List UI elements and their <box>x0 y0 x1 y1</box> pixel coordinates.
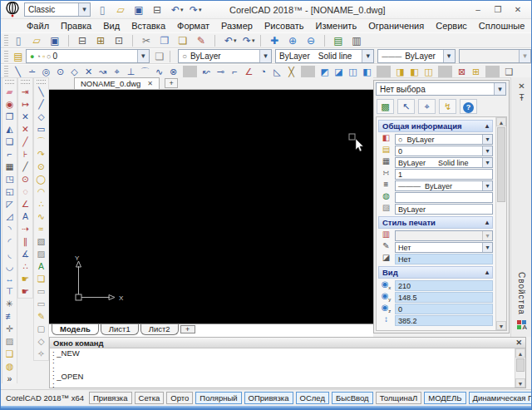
esnap-endpoint-icon[interactable]: ╲ <box>11 65 25 78</box>
tool-edit-hatch-icon[interactable]: ≢ <box>2 310 17 323</box>
toolbar-separator[interactable] <box>301 66 315 77</box>
tool-hatch-fill-icon[interactable]: ▨ <box>34 248 48 260</box>
ccs-delete-icon[interactable]: ⊠ <box>455 65 469 78</box>
scroll-down-icon[interactable]: ▼ <box>496 321 506 330</box>
scrollbar-thumb[interactable] <box>497 127 505 202</box>
menu-item[interactable]: Файл <box>21 19 55 32</box>
menu-item[interactable]: Размер <box>215 19 259 32</box>
esnap-quadrant-icon[interactable]: ◇ <box>67 65 81 78</box>
add-sheet-button[interactable]: + <box>180 325 195 333</box>
ccs-entity-icon[interactable]: ◧ <box>360 65 374 78</box>
command-scrollbar[interactable]: ▲ ▼ <box>515 348 525 388</box>
dim-parallel-icon[interactable]: ∥ <box>18 235 32 248</box>
palette-scrollbar[interactable]: ▲ ▼ <box>495 117 506 330</box>
menu-item[interactable]: Вставка <box>126 19 171 32</box>
command-history[interactable]: : _NEW : : : _OPEN : ▲ ▼ <box>50 348 525 388</box>
polar-toggle[interactable]: Полярный <box>195 392 241 404</box>
menu-item[interactable]: Формат <box>171 19 215 32</box>
document-tab[interactable]: NONAME_0.dwg ✕ <box>74 77 160 89</box>
sheet-tab-model[interactable]: Модель <box>52 324 99 335</box>
tool-transform-icon[interactable]: ◉ <box>2 98 17 111</box>
print-preview-icon[interactable]: ⊡ <box>111 34 126 47</box>
tool-move-icon[interactable]: ⌐ <box>2 148 17 161</box>
tool-box3d-icon[interactable]: ▧ <box>34 235 48 248</box>
lineweight-selector[interactable]: ——— ByLayer <box>377 49 455 63</box>
esnap-perpendicular-icon[interactable]: ⊥ <box>124 65 138 78</box>
collapse-icon[interactable]: ▴ <box>485 269 489 276</box>
property-value[interactable]: Нет <box>395 254 493 264</box>
tool-ref2-icon[interactable]: ▭ <box>34 298 48 310</box>
tool-polyline-icon[interactable]: ╱ <box>34 98 48 111</box>
dim-baseline-icon[interactable]: ✕ <box>18 111 32 123</box>
maximize-button[interactable]: ❐ <box>489 3 507 17</box>
scrollbar-thumb[interactable] <box>516 358 525 372</box>
properties-palette-icon[interactable]: ▥ <box>349 34 364 47</box>
esnap-node-icon[interactable]: ⊙ <box>53 65 67 78</box>
tool-note-icon[interactable]: ❏ <box>34 273 48 285</box>
print-setup-icon[interactable]: ⊞ <box>93 34 108 47</box>
palette-tab-properties[interactable]: Свойства <box>517 272 526 315</box>
quick-input-toggle[interactable]: БысВвод <box>332 392 373 404</box>
grid-toggle[interactable]: Сетка <box>135 392 165 404</box>
scroll-up-icon[interactable]: ▲ <box>496 117 506 126</box>
dim-angle2-icon[interactable]: ∡ <box>18 248 32 260</box>
ccs-face-icon[interactable]: ◫ <box>346 65 360 78</box>
property-value[interactable]: 1 <box>395 169 493 180</box>
ortho-guide-icon[interactable]: ⌐ <box>228 65 242 78</box>
scroll-up-icon[interactable]: ▲ <box>515 348 525 358</box>
workspace-selector[interactable]: Classic <box>24 2 91 17</box>
minimize-button[interactable]: – <box>469 3 487 17</box>
palette-tool[interactable]: ↖ <box>397 99 415 114</box>
dim-oblique-icon[interactable]: ╱ <box>18 161 32 173</box>
tool-pattern-icon[interactable]: ▦ <box>2 161 17 173</box>
layer-selector[interactable]: ● ◔ ▫ ○ 0 <box>26 49 150 63</box>
property-value[interactable]: ByLayer Solid line <box>395 157 493 168</box>
dim-aligned-icon[interactable]: ╱ <box>18 136 32 148</box>
property-value[interactable] <box>395 192 493 203</box>
property-value[interactable]: 385.2 <box>395 315 493 326</box>
clipboard-icon[interactable]: ❑ <box>502 65 516 78</box>
zoom-dynamic-icon[interactable]: ⊕ <box>285 34 300 47</box>
toolbar-grip[interactable] <box>4 51 8 62</box>
tool-copy-icon[interactable]: ❐ <box>2 111 17 123</box>
tab-close-icon[interactable]: ✕ <box>147 78 153 89</box>
dim-angular-icon[interactable]: ∠ <box>18 198 32 210</box>
esnap-apparent-icon[interactable]: ⊗ <box>166 65 180 78</box>
tool-corner-icon[interactable]: ◜ <box>2 235 17 248</box>
toolbar-grip[interactable] <box>4 66 8 77</box>
section-print-style[interactable]: Стиль печати ▴ <box>378 216 493 229</box>
pan-icon[interactable]: ✚ <box>267 34 282 47</box>
toolbar-separator[interactable] <box>214 35 215 47</box>
tool-split-icon[interactable]: ⊤ <box>2 285 17 298</box>
toolbar-separator[interactable] <box>485 66 500 77</box>
command-close-icon[interactable]: ✕ <box>515 338 522 347</box>
track-point-icon[interactable]: ◔ <box>256 65 270 78</box>
lineweight-toggle[interactable]: ТолщинаЛ <box>376 392 422 404</box>
tool-ellipse-icon[interactable]: ◯ <box>34 173 48 185</box>
property-value[interactable]: 0 <box>395 304 493 314</box>
esnap-toggle[interactable]: ОПривязка <box>244 392 293 404</box>
tool-lengthen-icon[interactable]: ↔ <box>2 273 17 285</box>
toolbar-grip[interactable] <box>4 35 8 46</box>
property-value[interactable]: Нет <box>395 242 493 253</box>
esnap-nearest-icon[interactable]: ∿ <box>152 65 166 78</box>
line-color-selector[interactable]: ○ ByLayer <box>178 49 272 63</box>
collapse-icon[interactable]: ▴ <box>485 122 489 130</box>
toolbar-separator[interactable] <box>438 66 452 77</box>
save-icon[interactable]: ▣ <box>47 34 62 47</box>
new-file-icon[interactable]: ▯ <box>11 34 26 47</box>
scroll-down-icon[interactable]: ▼ <box>515 378 525 388</box>
property-value[interactable]: ByLayer <box>395 204 493 215</box>
ortho-toggle[interactable]: Орто <box>166 392 193 404</box>
dim-continue-icon[interactable]: ✕ <box>18 123 32 136</box>
tool-select-area-icon[interactable]: ▢ <box>34 323 48 335</box>
tool-gradient-icon[interactable]: ✎ <box>34 310 48 323</box>
dim-radius-icon[interactable]: ⊙ <box>18 173 32 185</box>
toolbar-separator[interactable] <box>68 35 69 47</box>
ccs-x-icon[interactable]: ◨ <box>393 65 407 78</box>
section-general[interactable]: Общая информация ▴ <box>378 120 493 132</box>
menu-item[interactable]: Рисовать <box>259 19 310 32</box>
dim-align-text-icon[interactable]: ∴ <box>18 260 32 273</box>
tool-spline-icon[interactable]: ∿ <box>34 210 48 223</box>
esnap-extension-icon[interactable]: ↝ <box>96 65 110 78</box>
